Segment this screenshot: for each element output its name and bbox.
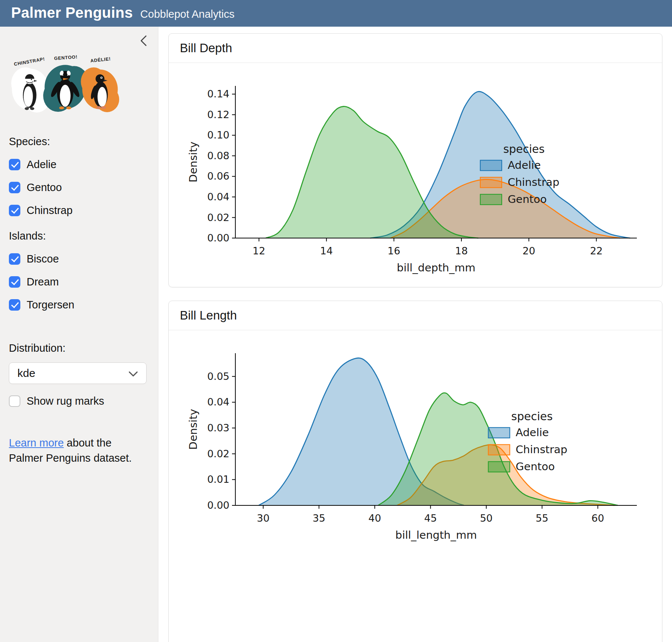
distribution-select[interactable]: kde bbox=[9, 362, 147, 384]
svg-text:0.14: 0.14 bbox=[207, 88, 229, 100]
svg-text:0.02: 0.02 bbox=[207, 448, 229, 459]
svg-text:22: 22 bbox=[590, 245, 602, 257]
y-axis-label: Density bbox=[187, 409, 199, 449]
checkbox-label: Gentoo bbox=[27, 181, 62, 194]
app-header: Palmer Penguins Cobblepot Analytics bbox=[0, 0, 672, 27]
island-checkbox-torgersen[interactable]: Torgersen bbox=[9, 299, 148, 311]
checkbox-label: Dream bbox=[27, 276, 59, 288]
legend-swatch-gentoo bbox=[480, 194, 502, 205]
checkbox-label: Show rug marks bbox=[27, 395, 104, 407]
svg-text:30: 30 bbox=[257, 512, 269, 524]
legend-swatch-gentoo bbox=[488, 462, 510, 472]
svg-text:0.05: 0.05 bbox=[207, 371, 229, 382]
svg-text:0.00: 0.00 bbox=[207, 232, 229, 244]
checkbox-icon[interactable] bbox=[9, 276, 20, 288]
learn-more-text: Learn more about the Palmer Penguins dat… bbox=[9, 435, 139, 465]
legend-label-chinstrap: Chinstrap bbox=[508, 176, 560, 188]
svg-text:0.10: 0.10 bbox=[207, 129, 229, 141]
svg-text:20: 20 bbox=[523, 245, 535, 257]
app-window: Palmer Penguins Cobblepot Analytics bbox=[0, 0, 672, 642]
legend-title: species bbox=[503, 143, 545, 156]
svg-text:40: 40 bbox=[369, 512, 381, 524]
svg-text:0.12: 0.12 bbox=[207, 109, 229, 120]
species-checkbox-gentoo[interactable]: Gentoo bbox=[9, 181, 148, 194]
card-title-bill-depth: Bill Depth bbox=[169, 34, 662, 63]
svg-text:55: 55 bbox=[536, 512, 548, 524]
legend-label-adelie: Adelie bbox=[516, 426, 549, 439]
y-axis-label: Density bbox=[187, 141, 199, 182]
legend-label-gentoo: Gentoo bbox=[508, 193, 547, 205]
bill-depth-chart: 1214161820220.000.020.040.060.080.100.12… bbox=[180, 70, 657, 280]
svg-text:12: 12 bbox=[253, 245, 265, 257]
chevron-left-icon bbox=[140, 42, 148, 48]
legend-label-adelie: Adelie bbox=[508, 159, 541, 171]
checkbox-icon[interactable] bbox=[9, 205, 20, 216]
svg-text:0.06: 0.06 bbox=[207, 170, 229, 182]
svg-text:0.01: 0.01 bbox=[207, 474, 229, 485]
svg-text:0.03: 0.03 bbox=[207, 422, 229, 434]
bill-length-card: Bill Length 303540455055600.000.010.020.… bbox=[168, 301, 662, 642]
species-checkbox-chinstrap[interactable]: Chinstrap bbox=[9, 204, 148, 217]
svg-text:0.02: 0.02 bbox=[207, 212, 229, 223]
svg-text:0.04: 0.04 bbox=[207, 191, 229, 203]
species-checkbox-adelie[interactable]: Adelie bbox=[9, 158, 148, 171]
svg-text:60: 60 bbox=[591, 512, 604, 524]
legend-swatch-chinstrap bbox=[480, 177, 502, 188]
species-group-label: Species: bbox=[9, 136, 148, 148]
legend-label-gentoo: Gentoo bbox=[516, 460, 555, 473]
legend-title: species bbox=[511, 410, 553, 423]
distribution-label: Distribution: bbox=[9, 342, 148, 354]
artwork-label-gentoo: GENTOO! bbox=[54, 54, 78, 61]
sidebar: CHINSTRAP! GENTOO! ADÉLIE! Species: Adel… bbox=[0, 27, 158, 642]
svg-text:0.08: 0.08 bbox=[207, 150, 229, 161]
island-checkbox-biscoe[interactable]: Biscoe bbox=[9, 253, 148, 265]
sidebar-collapse-button[interactable] bbox=[140, 35, 148, 47]
checkbox-icon[interactable] bbox=[9, 253, 20, 265]
x-axis-label: bill_length_mm bbox=[395, 529, 477, 541]
svg-text:14: 14 bbox=[320, 245, 333, 257]
island-checkbox-dream[interactable]: Dream bbox=[9, 276, 148, 288]
checkbox-icon[interactable] bbox=[9, 299, 20, 311]
artwork-label-chinstrap: CHINSTRAP! bbox=[14, 56, 46, 67]
legend-swatch-chinstrap bbox=[488, 445, 510, 455]
svg-text:18: 18 bbox=[455, 245, 468, 257]
penguins-artwork-image: CHINSTRAP! GENTOO! ADÉLIE! bbox=[8, 50, 148, 122]
legend-swatch-adelie bbox=[480, 160, 502, 171]
svg-text:0.00: 0.00 bbox=[207, 499, 229, 511]
distribution-select-value: kde bbox=[17, 367, 35, 379]
learn-more-link[interactable]: Learn more bbox=[9, 437, 64, 449]
chevron-down-icon bbox=[128, 367, 138, 379]
svg-text:45: 45 bbox=[424, 512, 437, 524]
islands-group-label: Islands: bbox=[9, 230, 148, 242]
checkbox-label: Chinstrap bbox=[27, 204, 73, 217]
artwork-label-adelie: ADÉLIE! bbox=[90, 56, 111, 64]
checkbox-label: Adelie bbox=[27, 158, 57, 171]
checkbox-icon[interactable] bbox=[9, 159, 20, 170]
checkbox-label: Torgersen bbox=[27, 299, 74, 311]
checkbox-icon[interactable] bbox=[9, 182, 20, 193]
checkbox-icon[interactable] bbox=[9, 395, 20, 407]
svg-text:16: 16 bbox=[387, 245, 400, 257]
checkbox-label: Biscoe bbox=[27, 253, 59, 265]
show-rug-marks-checkbox[interactable]: Show rug marks bbox=[9, 395, 148, 407]
main-content: Bill Depth 1214161820220.000.020.040.060… bbox=[158, 27, 672, 642]
svg-text:0.04: 0.04 bbox=[207, 396, 229, 408]
legend-swatch-adelie bbox=[488, 428, 510, 438]
card-title-bill-length: Bill Length bbox=[169, 301, 662, 330]
svg-text:50: 50 bbox=[480, 512, 493, 524]
app-title: Palmer Penguins bbox=[11, 5, 133, 20]
x-axis-label: bill_depth_mm bbox=[397, 261, 476, 274]
svg-text:35: 35 bbox=[313, 512, 325, 524]
legend-label-chinstrap: Chinstrap bbox=[516, 443, 568, 456]
bill-length-chart: 303540455055600.000.010.020.030.040.05bi… bbox=[180, 338, 657, 547]
app-subtitle: Cobblepot Analytics bbox=[140, 8, 235, 20]
bill-depth-card: Bill Depth 1214161820220.000.020.040.060… bbox=[168, 33, 662, 287]
